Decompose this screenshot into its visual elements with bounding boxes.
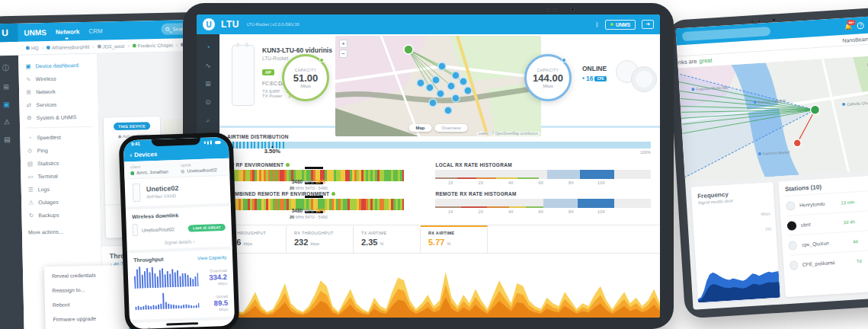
network-icon[interactable]: ⊞ [205, 80, 211, 88]
sidebar-item-logs[interactable]: ☰Logs [21, 182, 100, 196]
nav-item-network[interactable]: Network [56, 28, 80, 36]
device-sidebar: ▣Device dashboard∿Wireless⊞Network⇄Servi… [18, 54, 104, 329]
phone-throughput-title: Throughput [133, 257, 163, 263]
cpe-badge: CPE [594, 76, 606, 81]
devices-icon[interactable]: ▣ [3, 101, 10, 108]
histogram-bar [435, 170, 651, 179]
station-avatar [788, 241, 797, 251]
sites-icon[interactable]: ⊞ [3, 83, 9, 91]
sidebar-item-speedtest[interactable]: ◔Speedtest [20, 130, 98, 145]
view-capacity-link[interactable]: View Capacity [197, 255, 226, 260]
map-view-button[interactable]: Map [408, 124, 431, 132]
sidebar-item-label: Terminal [37, 174, 58, 180]
sidebar-item-label: Device dashboard [35, 62, 78, 69]
hist-tick: 6X [530, 180, 552, 185]
bluetooth-icon[interactable]: ᛒ [595, 21, 599, 28]
sidebar-item-statistics[interactable]: ▤Statistics [21, 156, 99, 171]
sidebar-item-ping[interactable]: ⊙Ping [21, 143, 99, 158]
download-chart: Download334.2Mbps [127, 261, 233, 291]
sidebar-item-label: Statistics [37, 161, 59, 167]
rx-airtime-chart [219, 272, 660, 318]
links-map[interactable]: Futurum Music BarKarlovo náměstíFarmers … [678, 55, 868, 182]
more-actions-menu: Reveal credentialsReassign to...RebootFi… [44, 265, 130, 329]
site-icon [97, 45, 101, 49]
hist-tick: 2X [470, 180, 492, 185]
coverage-map[interactable]: +− Map Overview Leaflet | © OpenStreetMa… [335, 36, 541, 136]
sidebar-item-label: Outages [38, 200, 59, 206]
sidebar-item-label: Wireless [36, 76, 56, 82]
zoom-in-button[interactable]: + [339, 40, 348, 48]
reports-icon[interactable]: ▤ [4, 136, 11, 143]
station-name: Henrytondo [799, 201, 825, 208]
airtime-marker: ▲3.50% [264, 145, 280, 155]
station-name: CPE_pelikanté [802, 260, 835, 267]
more-actions-button[interactable]: More actions... [22, 221, 101, 238]
sidebar-item-network[interactable]: ⊞Network [19, 85, 98, 99]
hist-tick: 1X [440, 209, 461, 214]
breadcrumb-item-jo3-west[interactable]: JO3_west [97, 43, 124, 50]
nav-item-crm[interactable]: CRM [88, 27, 102, 34]
unms-logo[interactable]: U [0, 24, 18, 43]
breadcrumb-item-frederic-chopin[interactable]: Frederic Chopin [133, 43, 173, 49]
device-thumbnail [133, 184, 141, 202]
breadcrumb-item-athanessburghill[interactable]: AthanessburgHill [46, 44, 89, 50]
sidebar-item-backups[interactable]: ↻Backups [21, 208, 100, 222]
menu-item-reassign-to[interactable]: Reassign to... [44, 282, 128, 298]
poi-pin [842, 103, 845, 106]
remote-rf-environment: COMBINED REMOTE RF ENVIRONMENT 5480 MHz … [227, 191, 404, 216]
help-icon[interactable]: ? [857, 22, 865, 30]
unms-top-nav: NetworkCRM [56, 27, 112, 36]
wireless-icon: ∿ [25, 75, 32, 82]
firmware-version: LTU-Rocket | v2.0.0-DEV.33 [247, 22, 299, 27]
breadcrumb-item-hq[interactable]: HQ [26, 45, 39, 50]
menu-item-firmware-upgrade[interactable]: Firmware upgrade [45, 311, 129, 327]
phone-device-row[interactable]: Unetice02AirFiber 5XHD [124, 176, 230, 210]
frequency-chart [695, 254, 780, 303]
wireless-icon[interactable]: ∿ [205, 62, 211, 69]
exit-icon[interactable]: ➜ [642, 20, 654, 29]
alerts-icon[interactable]: ⚠ [4, 118, 10, 126]
sidebar-item-terminal[interactable]: ▭Terminal [21, 169, 99, 184]
stats-tab-rx-throughput[interactable]: RX THROUGHPUT232 kbps [287, 225, 354, 253]
notifications-bell-icon[interactable]: 🔔99+ [844, 23, 853, 30]
right-tablet: 🔔99+ ? ubnt ▾ NanoBeam 5AC All of the li… [667, 6, 868, 318]
sidebar-item-outages[interactable]: ⚠Outages [21, 195, 100, 209]
station-uptime: 7d [839, 258, 861, 264]
services-icon: ⇄ [25, 101, 32, 108]
overview-view-button[interactable]: Overview [434, 124, 467, 132]
sidebar-item-device-dashboard[interactable]: ▣Device dashboard [18, 59, 97, 73]
search-icon[interactable]: ⌕ [206, 117, 210, 125]
unms-connect-button[interactable]: UNMS [605, 20, 636, 30]
system-unms-icon: ⚙ [26, 114, 33, 121]
ap-mode-badge: AP [262, 69, 274, 75]
sidebar-item-wireless[interactable]: ∿Wireless [19, 72, 98, 86]
notification-badge: 99+ [847, 19, 855, 25]
location-icon[interactable]: ⊙ [205, 98, 211, 106]
map-zoom-controls[interactable]: +− [339, 40, 348, 59]
phone: 9:41 ‹ Devices Client Amni, Jonathan Upl… [119, 132, 240, 329]
menu-item-reveal-credentials[interactable]: Reveal credentials [44, 267, 128, 283]
antenna-photos [616, 56, 658, 101]
hist-tick: 2X [470, 209, 492, 214]
station-avatar [790, 260, 798, 270]
search-input[interactable] [682, 27, 771, 41]
status-dot [332, 192, 335, 196]
sidebar-item-services[interactable]: ⇄Services [19, 97, 98, 112]
menu-item-reboot[interactable]: Reboot [45, 296, 129, 312]
sidebar-item-label: Services [36, 102, 56, 108]
stations-card: Stations (10) Henrytondo12 min-41 dBmubn… [778, 174, 868, 297]
back-chevron-icon[interactable]: ‹ [130, 152, 132, 158]
zoom-out-button[interactable]: − [339, 50, 348, 58]
stats-tab-rx-airtime[interactable]: RX AIRTIME5.77 % [421, 225, 488, 253]
dashboard-icon[interactable]: ◔ [206, 43, 210, 51]
hist-tick: 8X [560, 180, 581, 185]
station-name: cpe_QiuXun [802, 241, 829, 248]
sidebar-item-system-unms[interactable]: ⚙System & UNMS [20, 110, 98, 125]
info-icon[interactable]: ⓘ [2, 63, 9, 73]
axis-unit: Mbps [761, 211, 771, 216]
frequency-card: Frequency Signal mostly clear Mbps 250 [691, 182, 780, 302]
hist-tick: 4X [500, 180, 521, 185]
airtime-distribution: AIRTIME DISTRIBUTION 0%100% ▲3.50% [219, 134, 660, 155]
stats-tab-tx-airtime[interactable]: TX AIRTIME2.35 % [354, 225, 421, 253]
station-uptime: 4d [834, 239, 858, 245]
